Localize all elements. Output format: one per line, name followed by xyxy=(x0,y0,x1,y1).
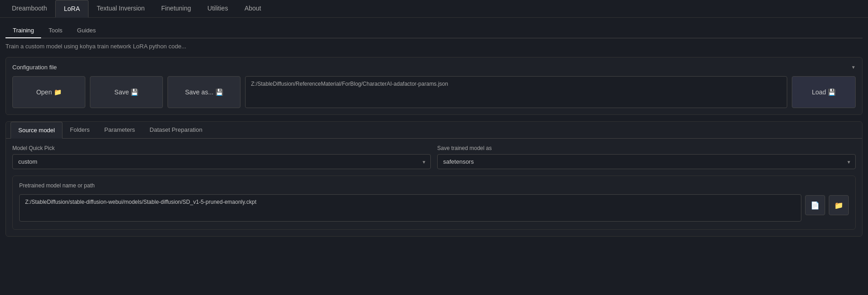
pretrained-model-input[interactable] xyxy=(19,194,801,222)
description-text: Train a custom model using kohya train n… xyxy=(5,43,863,50)
file-icon: 📄 xyxy=(810,201,820,210)
sub-tab-guides[interactable]: Guides xyxy=(70,23,103,38)
save-as-button[interactable]: Save as... 💾 xyxy=(167,76,241,108)
config-section-title: Configuration file xyxy=(12,64,57,71)
main-content: Training Tools Guides Train a custom mod… xyxy=(0,18,868,242)
model-quick-pick-col: Model Quick Pick custom v1-5 v2-0 v2-1 ▼ xyxy=(12,145,431,169)
folder-icon: 📁 xyxy=(834,201,843,210)
configuration-section: Configuration file ▼ Open 📁 Save 💾 Save … xyxy=(5,57,863,115)
config-buttons-row: Open 📁 Save 💾 Save as... 💾 Load 💾 xyxy=(12,76,856,108)
source-tab-source-model[interactable]: Source model xyxy=(10,122,63,139)
model-quick-pick-label: Model Quick Pick xyxy=(12,145,431,151)
model-quick-pick-select[interactable]: custom v1-5 v2-0 v2-1 xyxy=(12,154,431,169)
save-trained-model-col: Save trained model as safetensors ckpt ▼ xyxy=(437,145,856,169)
pretrained-input-wrapper: Pretrained model name or path xyxy=(19,182,801,223)
load-button[interactable]: Load 💾 xyxy=(792,76,856,108)
pretrained-folder-button[interactable]: 📁 xyxy=(829,195,849,215)
config-header: Configuration file ▼ xyxy=(12,64,856,71)
save-button[interactable]: Save 💾 xyxy=(90,76,163,108)
pretrained-model-label: Pretrained model name or path xyxy=(19,182,801,189)
tab-textual-inversion[interactable]: Textual Inversion xyxy=(89,0,153,18)
model-pick-row: Model Quick Pick custom v1-5 v2-0 v2-1 ▼… xyxy=(12,145,856,169)
open-button[interactable]: Open 📁 xyxy=(12,76,85,108)
save-trained-model-label: Save trained model as xyxy=(437,145,856,151)
source-model-tabs: Source model Folders Parameters Dataset … xyxy=(6,122,862,139)
pretrained-section: Pretrained model name or path 📄 📁 xyxy=(12,176,856,230)
save-trained-model-wrapper: safetensors ckpt ▼ xyxy=(437,154,856,169)
source-tab-parameters[interactable]: Parameters xyxy=(97,122,142,138)
collapse-icon[interactable]: ▼ xyxy=(851,65,856,70)
tab-utilities[interactable]: Utilities xyxy=(199,0,236,18)
top-navigation: Dreambooth LoRA Textual Inversion Finetu… xyxy=(0,0,868,18)
model-quick-pick-wrapper: custom v1-5 v2-0 v2-1 ▼ xyxy=(12,154,431,169)
sub-tabs: Training Tools Guides xyxy=(5,23,863,38)
sub-tab-tools[interactable]: Tools xyxy=(41,23,69,38)
tab-about[interactable]: About xyxy=(236,0,270,18)
sub-tab-training[interactable]: Training xyxy=(5,23,41,38)
pretrained-file-button[interactable]: 📄 xyxy=(805,195,825,215)
config-path-input[interactable] xyxy=(245,76,787,108)
tab-lora[interactable]: LoRA xyxy=(55,0,89,18)
source-tab-dataset-preparation[interactable]: Dataset Preparation xyxy=(142,122,210,138)
save-trained-model-select[interactable]: safetensors ckpt xyxy=(437,154,856,169)
source-tab-folders[interactable]: Folders xyxy=(63,122,97,138)
tab-finetuning[interactable]: Finetuning xyxy=(153,0,199,18)
tab-dreambooth[interactable]: Dreambooth xyxy=(4,0,55,18)
source-model-content: Model Quick Pick custom v1-5 v2-0 v2-1 ▼… xyxy=(6,139,862,236)
source-model-section: Source model Folders Parameters Dataset … xyxy=(5,121,863,237)
pretrained-row: Pretrained model name or path 📄 📁 xyxy=(19,182,849,223)
